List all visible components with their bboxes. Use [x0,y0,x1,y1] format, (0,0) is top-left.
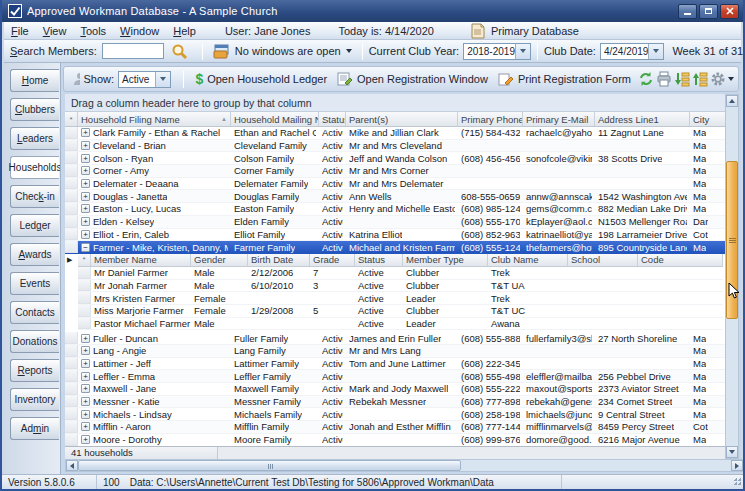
column-header-member-code[interactable]: Code [638,254,723,266]
household-row[interactable]: +Lattimer - JeffLattimer FamilyActiveTom… [65,358,730,371]
expand-row-button[interactable]: + [81,359,90,368]
household-row[interactable]: +Corner - AmyCorner FamilyActiveMr and M… [65,165,730,178]
household-row[interactable]: +Michaels - LindsayMichaels FamilyActive… [65,408,730,421]
refresh-button[interactable] [638,69,654,89]
household-row[interactable]: +Fuller - DuncanFuller FamilyActiveJames… [65,332,730,345]
menu-item-help[interactable]: Help [166,24,203,38]
column-header-filing[interactable]: Household Filing Name▲ [78,112,231,126]
sidebar-item-leaders[interactable]: Leaders [10,127,59,150]
column-header-member-name[interactable]: Member Name [91,254,191,266]
sidebar-item-home[interactable]: Home [10,69,59,92]
column-header-member-school[interactable]: School [568,254,638,266]
expand-row-button[interactable]: + [81,346,90,355]
club-date-dropdown-button[interactable] [648,44,663,59]
resize-grip[interactable] [733,477,741,485]
household-row[interactable]: +Colson - RyanColson FamilyActiveJeff an… [65,152,730,165]
expand-row-button[interactable]: + [81,230,90,239]
column-header-mailing[interactable]: Household Mailing Name [231,112,319,126]
household-row[interactable]: +Messner - KatieMessner FamilyActiveRebe… [65,396,730,409]
column-header-member-birth[interactable]: Birth Date [248,254,310,266]
menu-item-window[interactable]: Window [113,24,166,38]
open-household-ledger-button[interactable]: $ Open Household Ledger [190,71,332,87]
maximize-button[interactable] [699,4,718,19]
sidebar-item-ledger[interactable]: Ledger [10,214,59,237]
household-row[interactable]: +Cleveland - BrianCleveland FamilyActive… [65,140,730,153]
minimize-button[interactable] [678,4,697,19]
open-windows-button[interactable]: No windows are open [209,43,356,60]
expand-row-button[interactable]: + [81,217,90,226]
sidebar-item-clubbers[interactable]: Clubbers [10,98,59,121]
household-row[interactable]: +Delemater - DeaanaDelemater FamilyActiv… [65,178,730,191]
column-header-status[interactable]: Status [319,112,346,126]
expand-row-button[interactable]: + [81,192,90,201]
menu-item-tools[interactable]: Tools [73,24,113,38]
column-header-parents[interactable]: Parent(s) [346,112,458,126]
column-header-address[interactable]: Address Line1 [595,112,690,126]
household-row[interactable]: +Lang - AngieLang FamilyActiveMr and Mrs… [65,345,730,358]
close-button[interactable] [720,4,739,19]
member-row[interactable]: Mr Daniel FarmerMale2/12/20067ActiveClub… [78,267,723,280]
expand-row-button[interactable]: + [81,397,90,406]
expand-all-button[interactable] [674,69,690,89]
sidebar-item-contacts[interactable]: Contacts [10,301,59,324]
member-row[interactable]: Mrs Kristen FarmerFemaleActiveLeaderTrek [78,292,723,305]
sidebar-item-events[interactable]: Events [10,272,59,295]
show-filter-dropdown-button[interactable] [155,72,170,87]
household-row[interactable]: +Douglas - JanettaDouglas FamilyActiveAn… [65,190,730,203]
vertical-scrollbar[interactable] [725,94,739,459]
expand-row-button[interactable]: + [81,128,90,137]
household-row[interactable]: +Mifflin - AaronMifflin FamilyActiveJona… [65,421,730,434]
sidebar-item-inventory[interactable]: Inventory [10,388,59,411]
household-row[interactable]: −Farmer - Mike, Kristen, Danny, Marjorie… [65,241,730,254]
search-input[interactable] [102,43,164,59]
scroll-up-button[interactable] [726,95,738,107]
club-date-select[interactable]: 4/24/2019 [600,43,665,60]
sidebar-item-households[interactable]: Households [10,156,59,179]
household-row[interactable]: +Clark Family - Ethan & RachelEthan and … [65,127,730,140]
household-row[interactable]: +Elden - KelseyElden FamilyActive(608) 5… [65,216,730,229]
sidebar-item-reports[interactable]: Reports [10,359,59,382]
primary-database-button[interactable]: Primary Database [464,22,585,40]
expand-row-button[interactable]: + [81,141,90,150]
sidebar-item-awards[interactable]: Awards [10,243,59,266]
expand-row-button[interactable]: + [81,204,90,213]
household-row[interactable]: +Easton - Lucy, LucasEaston FamilyActive… [65,203,730,216]
scroll-left-button[interactable] [66,460,78,471]
sidebar-item-checkin[interactable]: Check-in [10,185,59,208]
expand-row-button[interactable]: + [81,435,90,444]
column-header-member-club[interactable]: Club Name [488,254,568,266]
sidebar-item-donations[interactable]: Donations [10,330,59,353]
column-header-member-status[interactable]: Status [355,254,403,266]
expand-row-button[interactable]: + [81,179,90,188]
club-year-select[interactable]: 2018-2019 [463,43,531,60]
expand-row-button[interactable]: + [81,372,90,381]
scroll-down-button[interactable] [726,446,738,458]
menu-item-file[interactable]: File [4,24,36,38]
member-row[interactable]: Mr Jonah FarmerMale6/10/20103ActiveClubb… [78,280,723,293]
horizontal-scroll-thumb[interactable] [78,460,461,471]
print-grid-button[interactable] [656,69,672,89]
column-header-phone[interactable]: Primary Phone [458,112,523,126]
collapse-row-button[interactable]: − [81,243,90,252]
member-row[interactable]: Miss Marjorie FarmerFemale1/29/20085Acti… [78,305,723,318]
member-row[interactable]: Pastor Michael FarmerMaleActiveLeaderAwa… [78,318,723,331]
horizontal-scrollbar[interactable] [65,459,744,472]
menu-item-view[interactable]: View [36,24,74,38]
expand-row-button[interactable]: + [81,410,90,419]
household-row[interactable]: +Leffler - EmmaLeffler FamilyActive(608)… [65,370,730,383]
column-header-city[interactable]: City [690,112,730,126]
household-row[interactable]: +Elliot - Erin, CalebElliot FamilyActive… [65,229,730,242]
search-button[interactable] [166,42,196,61]
expand-row-button[interactable]: + [81,334,90,343]
expand-row-button[interactable]: + [81,166,90,175]
club-year-dropdown-button[interactable] [515,44,530,59]
scroll-right-button[interactable] [731,460,743,471]
expand-row-button[interactable]: + [81,422,90,431]
sidebar-item-admin[interactable]: Admin [10,417,59,440]
show-filter-select[interactable]: Active [118,71,171,88]
column-header-member-type[interactable]: Member Type [403,254,488,266]
household-row[interactable]: +Moore - DorothyMoore FamilyActive(608) … [65,434,730,447]
open-registration-window-button[interactable]: Open Registration Window [332,69,493,89]
grid-settings-button[interactable] [710,69,734,89]
column-header-member-gender[interactable]: Gender [191,254,248,266]
